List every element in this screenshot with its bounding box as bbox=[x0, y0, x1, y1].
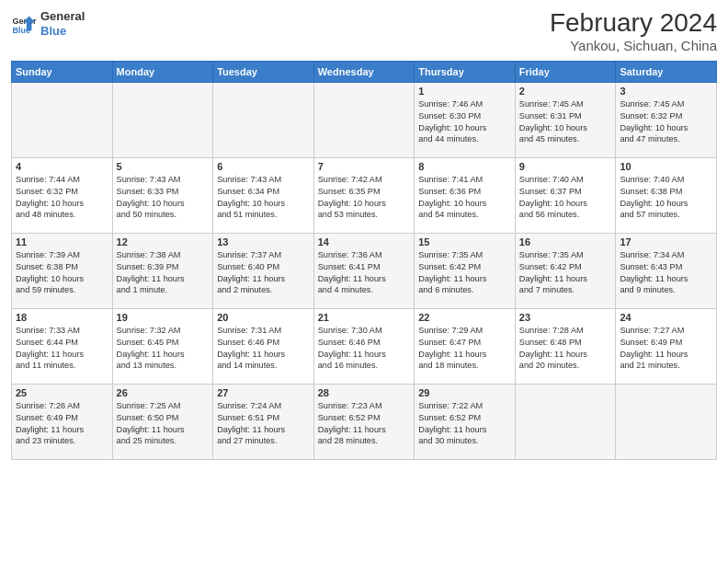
day-info: Sunrise: 7:28 AMSunset: 6:48 PMDaylight:… bbox=[519, 325, 612, 373]
day-info: Sunrise: 7:29 AMSunset: 6:47 PMDaylight:… bbox=[418, 325, 511, 373]
day-info: Sunrise: 7:25 AMSunset: 6:50 PMDaylight:… bbox=[117, 400, 210, 448]
day-number: 4 bbox=[16, 161, 108, 172]
day-number: 7 bbox=[318, 161, 411, 172]
calendar-table: Sunday Monday Tuesday Wednesday Thursday… bbox=[11, 61, 717, 460]
header-sunday: Sunday bbox=[12, 61, 113, 82]
cell-w3-d1: 19Sunrise: 7:32 AMSunset: 6:45 PMDayligh… bbox=[112, 308, 213, 384]
day-info: Sunrise: 7:31 AMSunset: 6:46 PMDaylight:… bbox=[217, 325, 310, 373]
day-number: 1 bbox=[418, 86, 511, 97]
day-info: Sunrise: 7:40 AMSunset: 6:38 PMDaylight:… bbox=[620, 174, 712, 222]
cell-w3-d6: 24Sunrise: 7:27 AMSunset: 6:49 PMDayligh… bbox=[616, 308, 717, 384]
day-info: Sunrise: 7:40 AMSunset: 6:37 PMDaylight:… bbox=[519, 174, 612, 222]
day-info: Sunrise: 7:45 AMSunset: 6:31 PMDaylight:… bbox=[519, 98, 612, 146]
cell-w4-d2: 27Sunrise: 7:24 AMSunset: 6:51 PMDayligh… bbox=[213, 384, 314, 459]
cell-w3-d4: 22Sunrise: 7:29 AMSunset: 6:47 PMDayligh… bbox=[415, 308, 516, 384]
day-number: 29 bbox=[418, 387, 511, 398]
day-number: 18 bbox=[16, 312, 108, 323]
cell-w1-d5: 9Sunrise: 7:40 AMSunset: 6:37 PMDaylight… bbox=[515, 157, 616, 233]
day-info: Sunrise: 7:43 AMSunset: 6:34 PMDaylight:… bbox=[217, 174, 310, 222]
cell-w0-d2 bbox=[213, 82, 314, 157]
cell-w4-d3: 28Sunrise: 7:23 AMSunset: 6:52 PMDayligh… bbox=[313, 384, 415, 459]
sub-title: Yankou, Sichuan, China bbox=[550, 38, 717, 53]
day-number: 22 bbox=[418, 312, 511, 323]
logo-line2: Blue bbox=[40, 24, 85, 39]
week-row-3: 18Sunrise: 7:33 AMSunset: 6:44 PMDayligh… bbox=[12, 308, 717, 384]
cell-w1-d2: 6Sunrise: 7:43 AMSunset: 6:34 PMDaylight… bbox=[213, 157, 314, 233]
header-friday: Friday bbox=[515, 61, 616, 82]
day-header-row: Sunday Monday Tuesday Wednesday Thursday… bbox=[12, 61, 717, 82]
day-number: 16 bbox=[519, 236, 612, 247]
cell-w1-d1: 5Sunrise: 7:43 AMSunset: 6:33 PMDaylight… bbox=[112, 157, 213, 233]
cell-w2-d3: 14Sunrise: 7:36 AMSunset: 6:41 PMDayligh… bbox=[313, 233, 415, 308]
day-number: 27 bbox=[217, 387, 310, 398]
day-info: Sunrise: 7:42 AMSunset: 6:35 PMDaylight:… bbox=[318, 174, 411, 222]
cell-w4-d5 bbox=[515, 384, 616, 459]
day-info: Sunrise: 7:22 AMSunset: 6:52 PMDaylight:… bbox=[418, 400, 511, 448]
day-info: Sunrise: 7:44 AMSunset: 6:32 PMDaylight:… bbox=[16, 174, 108, 222]
week-row-2: 11Sunrise: 7:39 AMSunset: 6:38 PMDayligh… bbox=[12, 233, 717, 308]
day-number: 2 bbox=[519, 86, 612, 97]
week-row-1: 4Sunrise: 7:44 AMSunset: 6:32 PMDaylight… bbox=[12, 157, 717, 233]
week-row-0: 1Sunrise: 7:46 AMSunset: 6:30 PMDaylight… bbox=[12, 82, 717, 157]
cell-w1-d6: 10Sunrise: 7:40 AMSunset: 6:38 PMDayligh… bbox=[616, 157, 717, 233]
cell-w4-d4: 29Sunrise: 7:22 AMSunset: 6:52 PMDayligh… bbox=[415, 384, 516, 459]
logo-line1: General bbox=[40, 9, 85, 24]
logo-icon: General Blue bbox=[11, 11, 37, 37]
day-number: 24 bbox=[620, 312, 712, 323]
cell-w2-d1: 12Sunrise: 7:38 AMSunset: 6:39 PMDayligh… bbox=[112, 233, 213, 308]
day-info: Sunrise: 7:35 AMSunset: 6:42 PMDaylight:… bbox=[418, 249, 511, 297]
cell-w0-d0 bbox=[12, 82, 113, 157]
cell-w3-d0: 18Sunrise: 7:33 AMSunset: 6:44 PMDayligh… bbox=[12, 308, 113, 384]
cell-w4-d0: 25Sunrise: 7:26 AMSunset: 6:49 PMDayligh… bbox=[12, 384, 113, 459]
cell-w2-d5: 16Sunrise: 7:35 AMSunset: 6:42 PMDayligh… bbox=[515, 233, 616, 308]
day-number: 15 bbox=[418, 236, 511, 247]
day-info: Sunrise: 7:24 AMSunset: 6:51 PMDaylight:… bbox=[217, 400, 310, 448]
day-info: Sunrise: 7:43 AMSunset: 6:33 PMDaylight:… bbox=[117, 174, 210, 222]
day-info: Sunrise: 7:36 AMSunset: 6:41 PMDaylight:… bbox=[318, 249, 411, 297]
cell-w1-d0: 4Sunrise: 7:44 AMSunset: 6:32 PMDaylight… bbox=[12, 157, 113, 233]
cell-w1-d4: 8Sunrise: 7:41 AMSunset: 6:36 PMDaylight… bbox=[415, 157, 516, 233]
day-number: 6 bbox=[217, 161, 310, 172]
header-thursday: Thursday bbox=[415, 61, 516, 82]
day-info: Sunrise: 7:46 AMSunset: 6:30 PMDaylight:… bbox=[418, 98, 511, 146]
header-tuesday: Tuesday bbox=[213, 61, 314, 82]
day-info: Sunrise: 7:27 AMSunset: 6:49 PMDaylight:… bbox=[620, 325, 712, 373]
cell-w3-d5: 23Sunrise: 7:28 AMSunset: 6:48 PMDayligh… bbox=[515, 308, 616, 384]
cell-w4-d1: 26Sunrise: 7:25 AMSunset: 6:50 PMDayligh… bbox=[112, 384, 213, 459]
cell-w0-d6: 3Sunrise: 7:45 AMSunset: 6:32 PMDaylight… bbox=[616, 82, 717, 157]
cell-w2-d0: 11Sunrise: 7:39 AMSunset: 6:38 PMDayligh… bbox=[12, 233, 113, 308]
day-number: 12 bbox=[117, 236, 210, 247]
day-info: Sunrise: 7:37 AMSunset: 6:40 PMDaylight:… bbox=[217, 249, 310, 297]
day-number: 11 bbox=[16, 236, 108, 247]
day-number: 26 bbox=[117, 387, 210, 398]
day-number: 19 bbox=[117, 312, 210, 323]
day-info: Sunrise: 7:41 AMSunset: 6:36 PMDaylight:… bbox=[418, 174, 511, 222]
day-number: 5 bbox=[117, 161, 210, 172]
day-info: Sunrise: 7:39 AMSunset: 6:38 PMDaylight:… bbox=[16, 249, 108, 297]
cell-w3-d3: 21Sunrise: 7:30 AMSunset: 6:46 PMDayligh… bbox=[313, 308, 415, 384]
logo: General Blue General Blue bbox=[11, 9, 85, 38]
cell-w4-d6 bbox=[616, 384, 717, 459]
cell-w0-d1 bbox=[112, 82, 213, 157]
day-number: 10 bbox=[620, 161, 712, 172]
cell-w2-d2: 13Sunrise: 7:37 AMSunset: 6:40 PMDayligh… bbox=[213, 233, 314, 308]
cell-w0-d3 bbox=[313, 82, 415, 157]
day-info: Sunrise: 7:23 AMSunset: 6:52 PMDaylight:… bbox=[318, 400, 411, 448]
day-number: 23 bbox=[519, 312, 612, 323]
day-info: Sunrise: 7:35 AMSunset: 6:42 PMDaylight:… bbox=[519, 249, 612, 297]
cell-w2-d4: 15Sunrise: 7:35 AMSunset: 6:42 PMDayligh… bbox=[415, 233, 516, 308]
cell-w3-d2: 20Sunrise: 7:31 AMSunset: 6:46 PMDayligh… bbox=[213, 308, 314, 384]
cell-w0-d4: 1Sunrise: 7:46 AMSunset: 6:30 PMDaylight… bbox=[415, 82, 516, 157]
day-number: 25 bbox=[16, 387, 108, 398]
day-info: Sunrise: 7:33 AMSunset: 6:44 PMDaylight:… bbox=[16, 325, 108, 373]
day-number: 9 bbox=[519, 161, 612, 172]
day-number: 3 bbox=[620, 86, 712, 97]
header-saturday: Saturday bbox=[616, 61, 717, 82]
day-number: 21 bbox=[318, 312, 411, 323]
header-wednesday: Wednesday bbox=[313, 61, 415, 82]
day-number: 13 bbox=[217, 236, 310, 247]
cell-w0-d5: 2Sunrise: 7:45 AMSunset: 6:31 PMDaylight… bbox=[515, 82, 616, 157]
day-info: Sunrise: 7:32 AMSunset: 6:45 PMDaylight:… bbox=[117, 325, 210, 373]
week-row-4: 25Sunrise: 7:26 AMSunset: 6:49 PMDayligh… bbox=[12, 384, 717, 459]
day-info: Sunrise: 7:34 AMSunset: 6:43 PMDaylight:… bbox=[620, 249, 712, 297]
